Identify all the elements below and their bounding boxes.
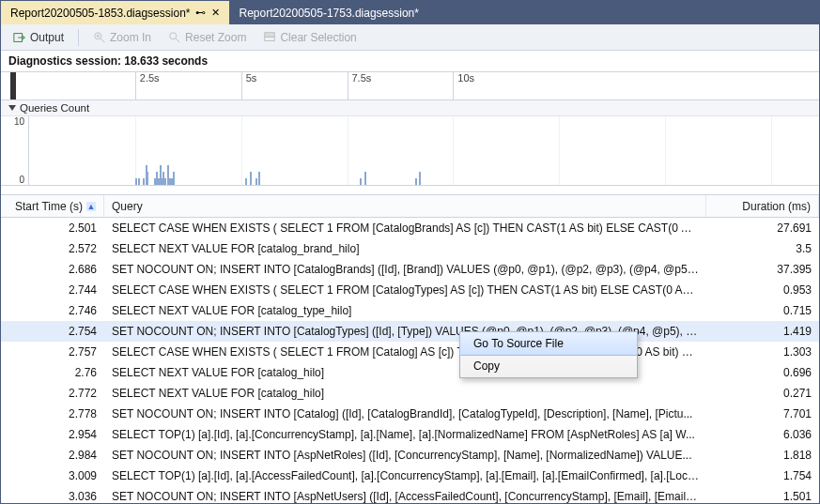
table-row[interactable]: 2.778SET NOCOUNT ON; INSERT INTO [Catalo… (1, 404, 819, 424)
clear-selection-icon (263, 31, 276, 44)
chart-title: Queries Count (20, 102, 89, 114)
zoom-in-button: Zoom In (86, 28, 158, 47)
cell-query: SELECT CASE WHEN EXISTS ( SELECT 1 FROM … (104, 221, 706, 235)
cell-start: 2.746 (1, 304, 104, 317)
cell-query: SELECT TOP(1) [a].[Id], [a].[AccessFaile… (104, 469, 706, 482)
reset-zoom-label: Reset Zoom (185, 31, 246, 44)
tab-report-1853[interactable]: Report20200505-1853.diagsession* ⊷ ✕ (1, 1, 229, 24)
chart-plot[interactable] (29, 116, 819, 185)
timeline-tick: 10s (453, 72, 474, 99)
menu-copy[interactable]: Copy (460, 355, 637, 377)
chart-bar (138, 178, 140, 185)
reset-zoom-button: Reset Zoom (162, 28, 253, 47)
table-row[interactable]: 2.984SET NOCOUNT ON; INSERT INTO [AspNet… (1, 445, 819, 466)
table-row[interactable]: 2.754SET NOCOUNT ON; INSERT INTO [Catalo… (1, 321, 819, 342)
pin-icon[interactable]: ⊷ (195, 8, 206, 18)
cell-start: 2.984 (1, 449, 104, 462)
cell-duration: 3.5 (706, 242, 819, 255)
svg-point-5 (170, 32, 177, 38)
chart-bar (364, 172, 366, 185)
tab-report-1753[interactable]: Report20200505-1753.diagsession* (229, 1, 427, 24)
cell-duration: 1.818 (706, 449, 819, 462)
table-row[interactable]: 2.757SELECT CASE WHEN EXISTS ( SELECT 1 … (1, 342, 819, 362)
table-row[interactable]: 2.686SET NOCOUNT ON; INSERT INTO [Catalo… (1, 259, 819, 280)
col-duration[interactable]: Duration (ms) (706, 195, 819, 217)
table-row[interactable]: 2.954SELECT TOP(1) [a].[Id], [a].[Concur… (1, 424, 819, 445)
cell-start: 2.778 (1, 407, 104, 420)
chart-bar (360, 178, 362, 185)
cell-duration: 1.303 (706, 345, 819, 359)
sort-asc-icon: ▲ (86, 202, 96, 211)
cell-duration: 7.701 (706, 407, 819, 420)
col-query[interactable]: Query (104, 195, 706, 217)
chart-bar (173, 172, 175, 185)
cell-start: 3.009 (1, 469, 104, 482)
toolbar: Output Zoom In Reset Zoom Clear Selectio… (1, 24, 819, 51)
query-table: Start Time (s) ▲ Query Duration (ms) 2.5… (1, 195, 819, 504)
table-row[interactable]: 2.572SELECT NEXT VALUE FOR [catalog_bran… (1, 238, 819, 259)
chart-bar (250, 172, 252, 185)
timeline[interactable]: 2.5s5s7.5s10s (1, 72, 819, 100)
chart-title-row[interactable]: Queries Count (1, 100, 819, 116)
cell-query: SELECT NEXT VALUE FOR [catalog_brand_hil… (104, 242, 706, 255)
chart-bar (164, 178, 166, 185)
table-row[interactable]: 2.744SELECT CASE WHEN EXISTS ( SELECT 1 … (1, 280, 819, 300)
close-icon[interactable]: ✕ (211, 8, 220, 18)
separator (78, 29, 79, 46)
cell-duration: 0.715 (706, 304, 819, 317)
cell-query: SET NOCOUNT ON; INSERT INTO [AspNetRoles… (104, 449, 706, 462)
table-row[interactable]: 2.746SELECT NEXT VALUE FOR [catalog_type… (1, 300, 819, 321)
clear-selection-label: Clear Selection (280, 31, 356, 44)
session-header: Diagnostics session: 18.633 seconds (1, 51, 819, 72)
zoom-in-label: Zoom In (110, 31, 151, 44)
cell-duration: 0.696 (706, 366, 819, 379)
col-duration-label: Duration (ms) (742, 200, 811, 213)
table-row[interactable]: 2.501SELECT CASE WHEN EXISTS ( SELECT 1 … (1, 218, 819, 238)
chart-bar (135, 178, 137, 185)
arrow-right-icon (13, 31, 26, 44)
svg-rect-8 (265, 32, 275, 36)
cell-start: 2.754 (1, 325, 104, 338)
cell-query: SET NOCOUNT ON; INSERT INTO [AspNetUsers… (104, 490, 706, 503)
output-button[interactable]: Output (7, 28, 70, 47)
chart-bar (419, 172, 421, 185)
collapse-icon[interactable] (8, 105, 16, 111)
cell-start: 3.036 (1, 490, 104, 503)
chart-bar (258, 172, 260, 185)
timeline-start-marker[interactable] (10, 72, 16, 99)
output-label: Output (30, 31, 64, 44)
timeline-tick: 2.5s (135, 72, 160, 99)
spacer (1, 186, 819, 195)
col-start-label: Start Time (s) (15, 200, 83, 213)
cell-query: SELECT NEXT VALUE FOR [catalog_type_hilo… (104, 304, 706, 317)
table-row[interactable]: 3.009SELECT TOP(1) [a].[Id], [a].[Access… (1, 466, 819, 486)
cell-query: SELECT TOP(1) [a].[Id], [a].[Concurrency… (104, 428, 706, 441)
cell-start: 2.954 (1, 428, 104, 441)
chart-bar (147, 178, 148, 185)
chart-area[interactable]: 10 0 (1, 116, 819, 186)
clear-selection-button: Clear Selection (256, 28, 363, 47)
cell-query: SELECT NEXT VALUE FOR [catalog_hilo] (104, 387, 706, 400)
chart-bar (415, 178, 417, 185)
table-header: Start Time (s) ▲ Query Duration (ms) (1, 195, 819, 218)
timeline-tick: 5s (241, 72, 257, 99)
ytick-max: 10 (14, 116, 24, 127)
col-start-time[interactable]: Start Time (s) ▲ (1, 195, 104, 217)
table-row[interactable]: 2.772SELECT NEXT VALUE FOR [catalog_hilo… (1, 383, 819, 404)
col-query-label: Query (112, 200, 143, 213)
cell-duration: 27.691 (706, 221, 819, 235)
svg-rect-7 (265, 37, 275, 40)
chart-yaxis: 10 0 (1, 116, 29, 185)
timeline-ruler: 2.5s5s7.5s10s (29, 72, 819, 99)
cell-duration: 6.036 (706, 428, 819, 441)
reset-zoom-icon (168, 31, 181, 44)
timeline-tick: 7.5s (348, 72, 372, 99)
cell-start: 2.772 (1, 387, 104, 400)
table-row[interactable]: 3.036SET NOCOUNT ON; INSERT INTO [AspNet… (1, 486, 819, 504)
cell-query: SELECT CASE WHEN EXISTS ( SELECT 1 FROM … (104, 283, 706, 297)
menu-go-to-source[interactable]: Go To Source File (459, 331, 638, 356)
context-menu: Go To Source File Copy (459, 331, 638, 378)
table-row[interactable]: 2.76SELECT NEXT VALUE FOR [catalog_hilo]… (1, 362, 819, 383)
cell-start: 2.572 (1, 242, 104, 255)
cell-start: 2.744 (1, 283, 104, 297)
